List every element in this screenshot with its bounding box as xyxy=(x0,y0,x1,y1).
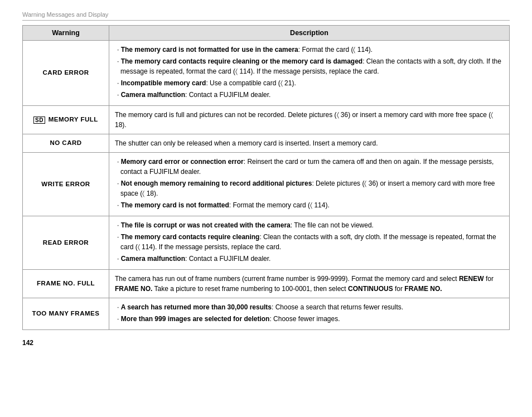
warning-label: SD MEMORY FULL xyxy=(23,106,109,134)
table-row: CARD ERRORThe memory card is not formatt… xyxy=(23,41,510,106)
bullet-list: A search has returned more than 30,000 r… xyxy=(115,302,504,324)
table-row: SD MEMORY FULLThe memory card is full an… xyxy=(23,106,510,134)
page-number: 142 xyxy=(22,339,510,347)
table-row: WRITE ERRORMemory card error or connecti… xyxy=(23,153,510,216)
bullet-list: The memory card is not formatted for use… xyxy=(115,45,504,100)
list-item: The file is corrupt or was not created w… xyxy=(115,220,504,230)
warning-label: CARD ERROR xyxy=(23,41,109,106)
table-row: READ ERRORThe file is corrupt or was not… xyxy=(23,216,510,270)
list-item: The memory card contacts require cleanin… xyxy=(115,232,504,252)
table-row: NO CARDThe shutter can only be released … xyxy=(23,134,510,153)
list-item: Incompatible memory card: Use a compatib… xyxy=(115,78,504,88)
table-row: FRAME NO. FULLThe camera has run out of … xyxy=(23,270,510,298)
page-header: Warning Messages and Display xyxy=(22,11,510,21)
warning-label: WRITE ERROR xyxy=(23,153,109,216)
list-item: The memory card is not formatted for use… xyxy=(115,45,504,55)
warning-label: NO CARD xyxy=(23,134,109,153)
col-header-description: Description xyxy=(109,26,510,41)
description-cell: Memory card error or connection error: R… xyxy=(109,153,510,216)
list-item: Not enough memory remaining to record ad… xyxy=(115,178,504,198)
warning-label: TOO MANY FRAMES xyxy=(23,298,109,330)
list-item: Memory card error or connection error: R… xyxy=(115,157,504,177)
list-item: Camera malfunction: Contact a FUJIFILM d… xyxy=(115,254,504,264)
bullet-list: The file is corrupt or was not created w… xyxy=(115,220,504,264)
table-header-row: Warning Description xyxy=(23,26,510,41)
sd-icon: SD xyxy=(33,117,45,124)
warning-label: FRAME NO. FULL xyxy=(23,270,109,298)
description-cell: The camera has run out of frame numbers … xyxy=(109,270,510,298)
description-cell: The memory card is full and pictures can… xyxy=(109,106,510,134)
list-item: More than 999 images are selected for de… xyxy=(115,314,504,324)
table-row: TOO MANY FRAMESA search has returned mor… xyxy=(23,298,510,330)
list-item: A search has returned more than 30,000 r… xyxy=(115,302,504,312)
description-cell: The shutter can only be released when a … xyxy=(109,134,510,153)
list-item: Camera malfunction: Contact a FUJIFILM d… xyxy=(115,90,504,100)
warning-table: Warning Description CARD ERRORThe memory… xyxy=(22,25,510,330)
description-cell: The memory card is not formatted for use… xyxy=(109,41,510,106)
warning-label: READ ERROR xyxy=(23,216,109,270)
description-cell: A search has returned more than 30,000 r… xyxy=(109,298,510,330)
list-item: The memory card is not formatted: Format… xyxy=(115,200,504,210)
col-header-warning: Warning xyxy=(23,26,109,41)
bullet-list: Memory card error or connection error: R… xyxy=(115,157,504,210)
page-header-title: Warning Messages and Display xyxy=(22,11,108,18)
description-cell: The file is corrupt or was not created w… xyxy=(109,216,510,270)
list-item: The memory card contacts require cleanin… xyxy=(115,56,504,76)
